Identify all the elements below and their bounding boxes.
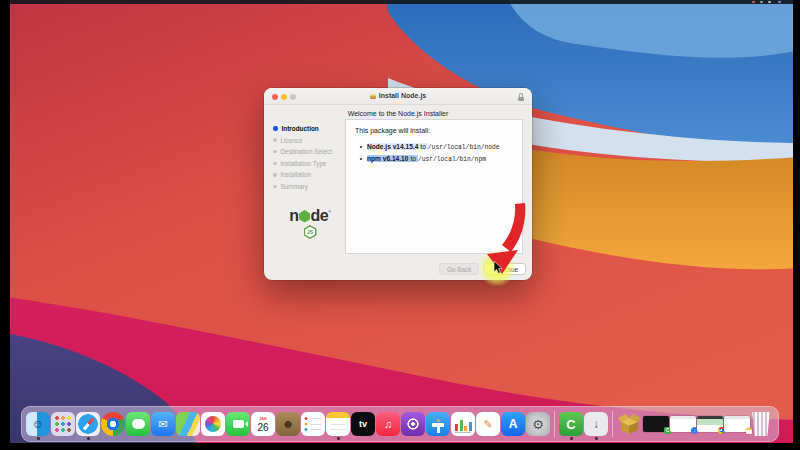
dock-icon-chrome[interactable] bbox=[101, 412, 125, 436]
install-path: /usr/local/bin/node bbox=[428, 144, 500, 151]
dock-icon-trash[interactable] bbox=[751, 412, 771, 436]
envelope-icon: ✉ bbox=[158, 418, 167, 431]
lock-shackle bbox=[519, 93, 523, 97]
dock-icon-contacts[interactable]: ☻ bbox=[276, 412, 300, 436]
dock-icon-finder[interactable]: ☺ bbox=[26, 412, 50, 436]
appstore-a-icon: A bbox=[509, 417, 518, 431]
menu-bar bbox=[10, 0, 793, 4]
tv-label: tv bbox=[359, 419, 367, 429]
compass-needle-icon bbox=[83, 418, 94, 430]
installer-steps-sidebar: Introduction Licence Destination Select … bbox=[273, 125, 345, 195]
package-name: Node.js v14.15.4 bbox=[367, 143, 418, 150]
nodejs-wordmark: nde® bbox=[267, 204, 353, 224]
dock-icon-nodejs-package[interactable] bbox=[617, 412, 642, 436]
text-selection-strong: npm v6.14.10to bbox=[367, 155, 418, 162]
down-arrow-icon: ↓ bbox=[593, 417, 599, 431]
step-label: Installation bbox=[281, 171, 312, 178]
minimized-window-notes[interactable] bbox=[724, 416, 750, 432]
button-row: Go Back Continue bbox=[439, 263, 526, 275]
dock-separator bbox=[554, 411, 555, 437]
step-label: Destination Select bbox=[281, 148, 333, 155]
step-dot bbox=[273, 185, 277, 189]
minimized-window-camtasia[interactable]: C bbox=[643, 416, 669, 432]
step-summary: Summary bbox=[273, 183, 345, 190]
dock-icon-apple-tv[interactable]: tv bbox=[351, 412, 375, 436]
installer-content-pane: This package will install: • Node.js v14… bbox=[345, 119, 523, 254]
menubar-extra-icon bbox=[760, 1, 763, 3]
bullet: • bbox=[355, 143, 367, 151]
menubar-extra-icon bbox=[778, 1, 781, 3]
finder-face-icon: ☺ bbox=[32, 417, 44, 431]
dock-icon-app-store[interactable]: A bbox=[501, 412, 525, 436]
window-titlebar[interactable]: Install Node.js bbox=[264, 88, 532, 105]
dock-icon-safari[interactable] bbox=[76, 412, 100, 436]
dock-icon-system-preferences[interactable]: ⚙ bbox=[526, 412, 550, 436]
gear-icon: ⚙ bbox=[532, 417, 544, 432]
dock-separator bbox=[612, 411, 613, 437]
dock-icon-pages[interactable]: ✎ bbox=[476, 412, 500, 436]
package-name: npm v6.14.10 bbox=[367, 155, 408, 162]
music-note-icon: ♫ bbox=[384, 418, 392, 430]
notes-badge-icon bbox=[746, 428, 752, 434]
open-box-icon bbox=[617, 412, 642, 436]
desktop: Install Node.js Welcome to the Node.js I… bbox=[0, 0, 800, 450]
wordmark-n: n bbox=[289, 207, 298, 224]
package-item-text: npm v6.14.10to/usr/local/bin/npm bbox=[367, 155, 486, 163]
intro-text: This package will install: bbox=[355, 127, 513, 134]
color-wheel-icon bbox=[205, 416, 221, 432]
menubar-extra-icon bbox=[752, 1, 755, 3]
step-installation: Installation bbox=[273, 171, 345, 178]
step-label: Licence bbox=[281, 137, 303, 144]
step-dot bbox=[273, 150, 277, 154]
step-label: Summary bbox=[281, 183, 308, 190]
dock-icon-camtasia[interactable]: C bbox=[559, 412, 583, 436]
lectern-icon bbox=[432, 423, 444, 427]
step-label: Installation Type bbox=[281, 160, 327, 167]
dock-icon-podcasts[interactable] bbox=[401, 412, 425, 436]
dock: ☺ ✉ JAN26 ☻ tv ♫ ✎ A ⚙ C ↓ bbox=[21, 406, 779, 442]
step-dot bbox=[273, 173, 277, 177]
dock-icon-facetime[interactable] bbox=[226, 412, 250, 436]
dock-icon-photos[interactable] bbox=[201, 412, 225, 436]
step-dot-active bbox=[273, 126, 278, 131]
package-item-node: • Node.js v14.15.4to/usr/local/bin/node bbox=[355, 143, 513, 151]
wordmark-de: de bbox=[311, 207, 329, 224]
bullet: • bbox=[355, 155, 367, 163]
person-silhouette-icon: ☻ bbox=[282, 417, 295, 431]
installer-window: Install Node.js Welcome to the Node.js I… bbox=[264, 88, 532, 280]
dock-icon-calendar[interactable]: JAN26 bbox=[251, 412, 275, 436]
window-title-text: Install Node.js bbox=[379, 92, 426, 99]
step-introduction: Introduction bbox=[273, 125, 345, 132]
package-item-text: Node.js v14.15.4to/usr/local/bin/node bbox=[367, 143, 500, 151]
js-hexagon-badge: JS bbox=[304, 225, 317, 239]
dock-icon-mail[interactable]: ✉ bbox=[151, 412, 175, 436]
continue-button[interactable]: Continue bbox=[484, 263, 526, 275]
letterbox-left bbox=[0, 0, 10, 450]
go-back-button[interactable]: Go Back bbox=[439, 263, 480, 275]
step-label: Introduction bbox=[282, 125, 319, 132]
minimized-window-chrome[interactable] bbox=[697, 416, 723, 432]
step-licence: Licence bbox=[273, 137, 345, 144]
dock-icon-installer[interactable]: ↓ bbox=[584, 412, 608, 436]
step-dot bbox=[273, 138, 277, 142]
minimized-window-installer[interactable]: ↓ bbox=[670, 416, 696, 432]
step-dot bbox=[273, 162, 277, 166]
dock-icon-reminders[interactable] bbox=[301, 412, 325, 436]
dock-icon-keynote[interactable] bbox=[426, 412, 450, 436]
registered-mark: ® bbox=[328, 209, 330, 214]
dock-icon-launchpad[interactable] bbox=[51, 412, 75, 436]
package-item-npm: • npm v6.14.10to/usr/local/bin/npm bbox=[355, 155, 513, 163]
dock-icon-numbers[interactable] bbox=[451, 412, 475, 436]
letterbox-bottom bbox=[0, 443, 800, 450]
calendar-day: 26 bbox=[257, 422, 268, 433]
nodejs-logo: nde® JS bbox=[267, 204, 353, 239]
connector-word: to bbox=[410, 155, 416, 162]
letterbox-right bbox=[793, 0, 800, 450]
menubar-extra-icon bbox=[768, 1, 771, 3]
dock-icon-messages[interactable] bbox=[126, 412, 150, 436]
dock-icon-notes[interactable] bbox=[326, 412, 350, 436]
dock-icon-music[interactable]: ♫ bbox=[376, 412, 400, 436]
pane-heading: Welcome to the Node.js Installer bbox=[264, 110, 532, 117]
dock-icon-maps[interactable] bbox=[176, 412, 200, 436]
video-camera-icon bbox=[233, 420, 244, 428]
